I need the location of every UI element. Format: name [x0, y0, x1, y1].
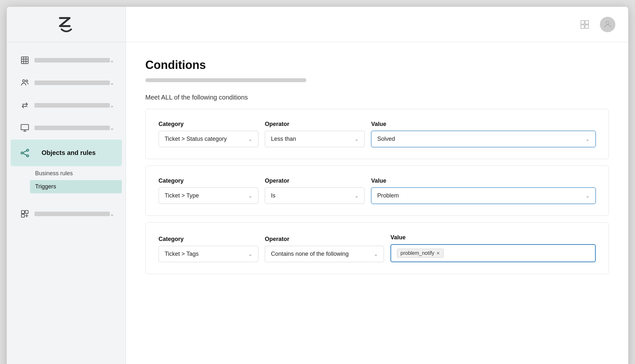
svg-point-13 [27, 149, 29, 151]
category-chevron-2: ⌄ [248, 193, 252, 198]
building-icon [18, 54, 31, 67]
value-label-3: Value [390, 234, 596, 241]
progress-bar-container [145, 78, 609, 82]
value-value-1: Solved [377, 136, 395, 142]
monitor-icon [18, 121, 31, 134]
topbar [126, 7, 628, 42]
sidebar-item-people[interactable]: ⌄ [11, 72, 122, 94]
tag-remove-button[interactable]: ✕ [436, 251, 440, 256]
nav-items: ⌄ ⌄ [7, 42, 126, 364]
chevron-grid-add: ⌄ [110, 211, 114, 217]
operator-field-group-1: Operator Less than ⌄ [265, 121, 365, 147]
operator-select-1[interactable]: Less than ⌄ [265, 131, 365, 147]
objects-icon [18, 147, 31, 159]
value-field-group-2: Value Problem ⌄ [371, 177, 596, 204]
sidebar: ⌄ ⌄ [7, 7, 126, 364]
operator-field-group-2: Operator Is ⌄ [265, 177, 365, 204]
svg-rect-17 [22, 211, 24, 214]
sidebar-item-objects[interactable]: Objects and rules [11, 139, 122, 166]
progress-bar [145, 78, 306, 82]
operator-select-2[interactable]: Is ⌄ [265, 187, 365, 204]
operator-value-2: Is [271, 192, 275, 199]
svg-rect-25 [585, 25, 589, 28]
svg-rect-9 [21, 125, 28, 130]
tag-problem-notify: problem_notify ✕ [397, 249, 444, 258]
category-label-3: Category [159, 236, 258, 243]
operator-chevron-1: ⌄ [355, 137, 359, 142]
operator-label-2: Operator [265, 177, 365, 184]
nav-label-bar-building [34, 58, 110, 62]
value-select-1[interactable]: Solved ⌄ [371, 131, 596, 147]
value-chevron-2: ⌄ [586, 193, 590, 198]
category-field-group-1: Category Ticket > Status category ⌄ [159, 121, 258, 147]
svg-rect-18 [25, 211, 28, 214]
value-value-2: Problem [377, 192, 399, 199]
svg-line-15 [23, 151, 26, 153]
tag-label: problem_notify [400, 250, 434, 256]
value-field-group-3: Value problem_notify ✕ [390, 234, 596, 262]
nav-label-bar-monitor [34, 126, 110, 130]
nav-label-bar-arrows [34, 103, 110, 108]
sidebar-item-monitor[interactable]: ⌄ [11, 117, 122, 139]
operator-chevron-3: ⌄ [374, 252, 378, 257]
section-label: Meet ALL of the following conditions [145, 94, 609, 101]
value-select-2[interactable]: Problem ⌄ [371, 187, 596, 204]
svg-line-16 [23, 153, 26, 155]
arrows-icon [18, 99, 31, 112]
category-label-1: Category [159, 121, 258, 128]
category-select-2[interactable]: Ticket > Type ⌄ [159, 187, 258, 204]
category-chevron-1: ⌄ [248, 137, 252, 142]
grid-view-icon[interactable] [577, 17, 592, 32]
svg-point-6 [26, 80, 28, 82]
sub-nav-triggers[interactable]: Triggers [30, 180, 122, 193]
svg-rect-0 [22, 57, 28, 64]
sidebar-item-arrows[interactable]: ⌄ [11, 94, 122, 116]
sidebar-item-grid-add[interactable]: ⌄ [11, 203, 122, 225]
condition-row-3: Category Ticket > Tags ⌄ Operator Contai… [145, 222, 609, 274]
content-area: Conditions Meet ALL of the following con… [126, 42, 628, 364]
category-chevron-3: ⌄ [248, 252, 252, 257]
people-icon [18, 76, 31, 89]
operator-chevron-2: ⌄ [355, 193, 359, 198]
condition-row-fields-2: Category Ticket > Type ⌄ Operator Is ⌄ [159, 177, 596, 204]
category-field-group-3: Category Ticket > Tags ⌄ [159, 236, 258, 262]
value-chevron-1: ⌄ [586, 137, 590, 142]
svg-point-14 [27, 155, 29, 157]
main-content: Conditions Meet ALL of the following con… [126, 7, 628, 364]
chevron-arrows: ⌄ [110, 102, 114, 109]
svg-rect-24 [581, 25, 584, 28]
category-select-3[interactable]: Ticket > Tags ⌄ [159, 246, 258, 262]
value-field-group-1: Value Solved ⌄ [371, 121, 596, 147]
operator-value-3: Contains none of the following [271, 251, 349, 257]
category-value-3: Ticket > Tags [165, 251, 199, 257]
svg-rect-19 [22, 214, 24, 217]
chevron-building: ⌄ [110, 57, 114, 63]
operator-value-1: Less than [271, 136, 296, 142]
operator-select-3[interactable]: Contains none of the following ⌄ [265, 246, 384, 262]
user-avatar[interactable] [600, 17, 615, 32]
objects-label: Objects and rules [34, 145, 110, 161]
value-label-2: Value [371, 177, 596, 184]
operator-label-3: Operator [265, 236, 384, 243]
value-tag-input-3[interactable]: problem_notify ✕ [390, 244, 596, 262]
sub-nav-business-rules[interactable]: Business rules [30, 167, 122, 180]
chevron-people: ⌄ [110, 80, 114, 86]
category-field-group-2: Category Ticket > Type ⌄ [159, 177, 258, 204]
svg-point-5 [23, 80, 25, 82]
operator-field-group-3: Operator Contains none of the following … [265, 236, 384, 262]
condition-row-1: Category Ticket > Status category ⌄ Oper… [145, 109, 609, 159]
zendesk-logo [53, 15, 79, 34]
category-value-1: Ticket > Status category [165, 136, 227, 142]
svg-rect-23 [585, 21, 589, 24]
condition-row-2: Category Ticket > Type ⌄ Operator Is ⌄ [145, 166, 609, 216]
sub-nav: Business rules Triggers [7, 167, 126, 193]
sidebar-item-building[interactable]: ⌄ [11, 49, 122, 71]
nav-label-bar-grid-add [34, 212, 110, 216]
operator-label-1: Operator [265, 121, 365, 128]
svg-rect-22 [581, 21, 584, 24]
svg-point-12 [21, 152, 23, 154]
category-select-1[interactable]: Ticket > Status category ⌄ [159, 131, 258, 147]
svg-point-26 [606, 21, 609, 24]
condition-row-fields-3: Category Ticket > Tags ⌄ Operator Contai… [159, 234, 596, 262]
value-label-1: Value [371, 121, 596, 128]
